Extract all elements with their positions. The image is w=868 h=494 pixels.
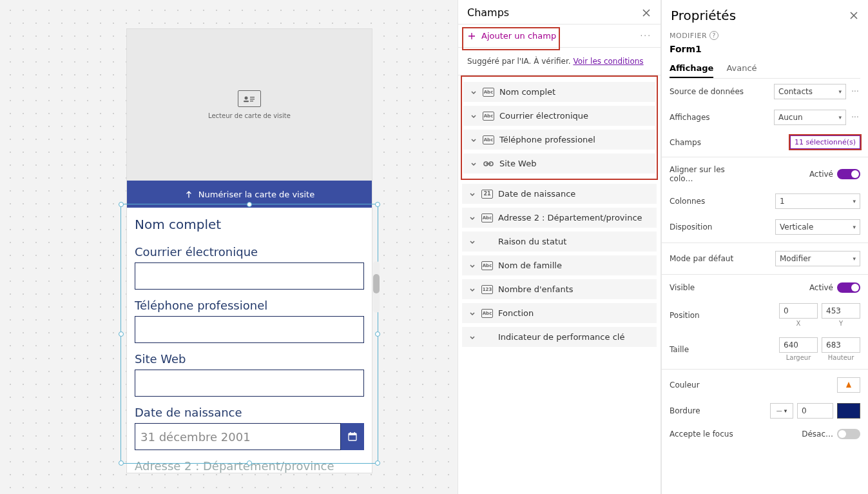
close-icon[interactable] — [641, 8, 651, 18]
chevron-down-icon — [470, 136, 477, 144]
selected-control-name: Form1 — [670, 44, 860, 54]
columns-dropdown[interactable]: 1▾ — [775, 193, 860, 209]
properties-panel: Propriétés MODIFIER ? Form1 Affichage Av… — [661, 0, 868, 494]
color-swatch[interactable] — [837, 377, 860, 393]
field-label-email: Courrier électronique — [135, 245, 364, 259]
scan-button-label: Numériser la carte de visite — [198, 190, 314, 199]
field-row[interactable]: Abc Adresse 2 : Département/province — [462, 208, 657, 228]
fields-panel-title: Champs — [467, 6, 509, 19]
size-w-input[interactable]: 640 — [779, 337, 818, 353]
snap-toggle[interactable] — [837, 169, 860, 179]
field-row[interactable]: Abc Nom complet — [463, 82, 655, 102]
position-x-input[interactable]: 0 — [779, 303, 818, 319]
prop-border-label: Bordure — [670, 406, 747, 415]
field-row-label: Nombre d'enfants — [498, 284, 574, 294]
field-row[interactable]: Abc Courrier électronique — [463, 106, 655, 126]
views-more-icon[interactable]: ··· — [850, 113, 860, 122]
add-field-label: Ajouter un champ — [481, 31, 556, 41]
email-field[interactable] — [135, 262, 364, 290]
prop-color-label: Couleur — [670, 380, 747, 390]
field-row[interactable]: Indicateur de performance clé — [462, 327, 657, 347]
chevron-down-icon — [468, 310, 476, 317]
field-row[interactable]: 123 Nombre d'enfants — [462, 279, 657, 299]
chevron-down-icon — [468, 214, 476, 222]
field-row-label: Courrier électronique — [499, 111, 588, 121]
mode-dropdown[interactable]: Modifier▾ — [775, 251, 860, 266]
form-selection[interactable]: Nom complet Courrier électronique Téléph… — [127, 208, 372, 473]
field-label-dob: Date de naissance — [135, 406, 364, 419]
views-dropdown[interactable]: Aucun▾ — [774, 110, 846, 125]
form-title-card: Nom complet — [135, 208, 364, 236]
svg-rect-2 — [250, 97, 255, 97]
tab-advanced[interactable]: Avancé — [726, 59, 757, 78]
close-icon[interactable] — [849, 10, 859, 21]
field-row-label: Téléphone professionel — [499, 135, 595, 144]
datasource-dropdown[interactable]: Contacts▾ — [774, 84, 846, 99]
field-row-label: Adresse 2 : Département/province — [498, 213, 642, 222]
border-style-dropdown[interactable]: — ▾ — [770, 403, 793, 419]
conditions-link[interactable]: Voir les conditions — [573, 57, 643, 66]
field-label-addr2-partial: Adresse 2 : Département/province — [135, 459, 364, 473]
fields-panel: Champs Ajouter un champ ··· Suggéré par … — [458, 0, 661, 494]
app-stage: Lecteur de carte de visite Numériser la … — [0, 0, 868, 494]
chevron-down-icon — [468, 262, 476, 270]
chevron-down-icon — [470, 88, 477, 96]
dob-field[interactable]: 31 décembre 2001 — [135, 423, 364, 450]
svg-rect-6 — [349, 433, 356, 435]
field-row-label: Nom complet — [499, 87, 555, 97]
more-icon[interactable]: ··· — [641, 32, 651, 41]
svg-rect-7 — [350, 432, 351, 434]
prop-datasource-label: Source de données — [670, 87, 747, 96]
prop-visible-label: Visible — [670, 283, 747, 292]
prop-mode-label: Mode par défaut — [670, 254, 747, 263]
field-row[interactable]: 21 Date de naissance — [462, 184, 657, 204]
chevron-down-icon — [470, 160, 477, 168]
properties-panel-title: Propriétés — [671, 8, 736, 23]
visible-toggle[interactable] — [837, 282, 860, 293]
fields-list: Abc Nom complet Abc Courrier électroniqu… — [458, 75, 661, 347]
prop-position-label: Position — [670, 311, 747, 320]
field-row[interactable]: Abc Téléphone professionel — [463, 130, 655, 150]
phone-field[interactable] — [135, 316, 364, 343]
svg-rect-3 — [250, 99, 255, 99]
field-row-label: Raison du statut — [498, 237, 566, 246]
field-row-label: Nom de famille — [498, 261, 562, 270]
modifier-label: MODIFIER ? — [670, 31, 860, 40]
prop-layout-label: Disposition — [670, 222, 747, 232]
design-canvas[interactable]: Lecteur de carte de visite Numériser la … — [126, 28, 372, 473]
border-width-input[interactable]: 0 — [797, 403, 833, 419]
svg-rect-4 — [250, 101, 253, 101]
layout-dropdown[interactable]: Verticale▾ — [775, 219, 860, 235]
id-card-icon — [238, 90, 261, 107]
prop-snap-label: Aligner sur les colo… — [670, 165, 747, 183]
prop-views-label: Affichages — [670, 113, 747, 122]
chevron-down-icon — [468, 190, 476, 198]
card-reader-block: Lecteur de carte de visite — [127, 29, 372, 181]
border-color-swatch[interactable] — [837, 403, 860, 419]
prop-fields-label: Champs — [670, 138, 747, 147]
fields-selected-chip[interactable]: 11 sélectionné(s) — [790, 135, 860, 149]
scan-button[interactable]: Numériser la carte de visite — [127, 181, 372, 208]
add-field-button[interactable]: Ajouter un champ ··· — [458, 25, 661, 48]
focus-toggle[interactable] — [837, 429, 860, 439]
help-icon[interactable]: ? — [709, 31, 719, 40]
field-row[interactable]: Site Web — [463, 153, 655, 173]
canvas-scrollbar[interactable] — [373, 261, 380, 313]
prop-columns-label: Colonnes — [670, 197, 747, 206]
field-label-website: Site Web — [135, 352, 364, 366]
field-row-label: Indicateur de performance clé — [498, 332, 624, 342]
website-field[interactable] — [135, 370, 364, 397]
prop-size-label: Taille — [670, 345, 747, 354]
field-row[interactable]: Abc Fonction — [462, 303, 657, 323]
position-y-input[interactable]: 453 — [822, 303, 860, 319]
field-row[interactable]: Raison du statut — [462, 232, 657, 252]
chevron-down-icon — [468, 333, 476, 341]
field-row[interactable]: Abc Nom de famille — [462, 255, 657, 275]
datasource-more-icon[interactable]: ··· — [850, 87, 860, 96]
chevron-down-icon — [468, 238, 476, 246]
tab-display[interactable]: Affichage — [670, 59, 713, 78]
size-h-input[interactable]: 683 — [822, 337, 860, 353]
calendar-picker-button[interactable] — [341, 423, 364, 450]
card-reader-label: Lecteur de carte de visite — [208, 112, 291, 119]
dob-value: 31 décembre 2001 — [135, 423, 341, 450]
